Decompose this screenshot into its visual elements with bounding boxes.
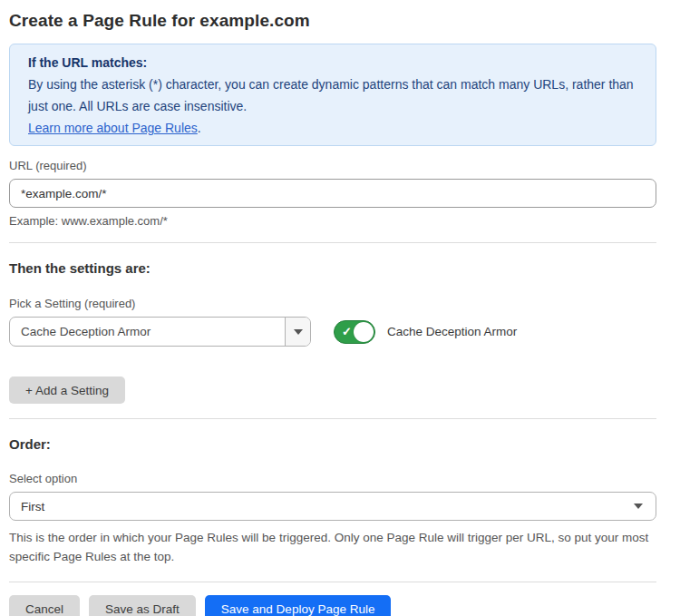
url-field-helper: Example: www.example.com/* bbox=[9, 214, 656, 228]
settings-section-heading: Then the settings are: bbox=[9, 260, 656, 276]
setting-picker-label: Pick a Setting (required) bbox=[9, 297, 656, 310]
setting-picker-arrow-button[interactable] bbox=[285, 318, 310, 346]
learn-more-link[interactable]: Learn more about Page Rules bbox=[28, 121, 198, 135]
order-select-value: First bbox=[21, 500, 44, 513]
url-match-info-box: If the URL matches: By using the asteris… bbox=[9, 44, 656, 146]
link-suffix: . bbox=[198, 121, 201, 135]
section-divider bbox=[9, 418, 656, 419]
url-input[interactable] bbox=[9, 179, 656, 208]
footer-actions: Cancel Save as Draft Save and Deploy Pag… bbox=[9, 595, 656, 616]
order-select-dropdown[interactable]: First bbox=[9, 492, 656, 521]
setting-picker-dropdown[interactable]: Cache Deception Armor bbox=[9, 317, 311, 347]
cancel-button[interactable]: Cancel bbox=[9, 595, 80, 616]
setting-toggle-group: ✓ Cache Deception Armor bbox=[334, 320, 517, 344]
toggle-knob bbox=[354, 322, 374, 342]
add-setting-button[interactable]: + Add a Setting bbox=[9, 376, 125, 404]
save-and-deploy-button[interactable]: Save and Deploy Page Rule bbox=[205, 595, 392, 616]
setting-picker-value: Cache Deception Armor bbox=[10, 318, 285, 346]
page-title: Create a Page Rule for example.com bbox=[9, 11, 656, 31]
url-field-label: URL (required) bbox=[9, 159, 656, 172]
setting-row: Cache Deception Armor ✓ Cache Deception … bbox=[9, 317, 656, 347]
section-divider bbox=[9, 582, 656, 582]
setting-toggle-label: Cache Deception Armor bbox=[387, 325, 517, 338]
save-as-draft-button[interactable]: Save as Draft bbox=[89, 595, 196, 616]
info-box-heading: If the URL matches: bbox=[28, 52, 637, 73]
chevron-down-icon bbox=[634, 504, 643, 509]
page-rule-form: Create a Page Rule for example.com If th… bbox=[9, 11, 656, 616]
setting-toggle[interactable]: ✓ bbox=[334, 320, 375, 344]
chevron-down-icon bbox=[294, 329, 303, 335]
section-divider bbox=[9, 242, 656, 243]
checkmark-icon: ✓ bbox=[342, 326, 352, 337]
info-box-link-line: Learn more about Page Rules. bbox=[28, 117, 637, 139]
order-select-label: Select option bbox=[9, 472, 656, 485]
order-helper-text: This is the order in which your Page Rul… bbox=[9, 528, 656, 566]
order-section-heading: Order: bbox=[9, 436, 656, 452]
info-box-body: By using the asterisk (*) character, you… bbox=[28, 73, 637, 117]
